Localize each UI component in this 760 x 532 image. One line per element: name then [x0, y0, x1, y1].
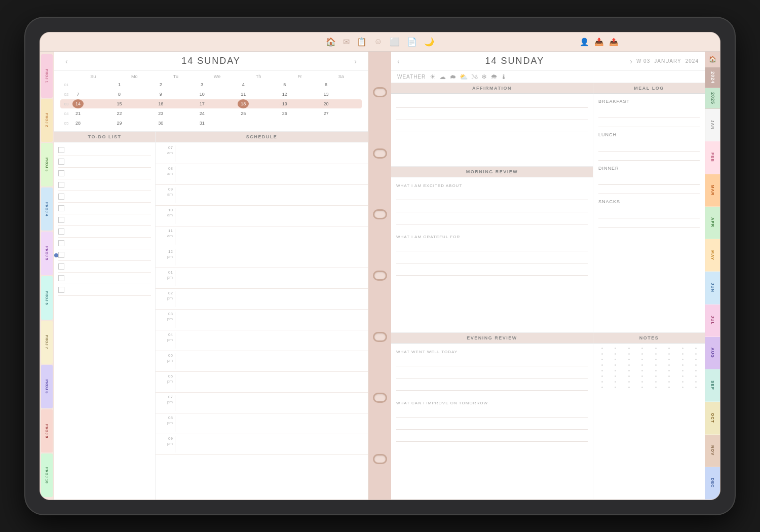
cal-day-17[interactable]: 17 — [197, 99, 208, 108]
time-content-07pm[interactable] — [175, 395, 365, 411]
cal-day-29[interactable]: 29 — [114, 119, 125, 128]
cal-day-24[interactable]: 24 — [197, 109, 208, 118]
cal-day-3[interactable]: 3 — [197, 80, 208, 89]
sidebar-year-2025[interactable]: 2025 — [705, 88, 720, 109]
todo-checkbox-3[interactable] — [58, 170, 64, 176]
todo-checkbox-9[interactable] — [58, 240, 64, 246]
project-tab-4[interactable]: PROJ 4 — [41, 187, 53, 231]
time-content-12pm[interactable] — [175, 249, 365, 265]
todo-checkbox-11[interactable] — [58, 263, 64, 270]
rain-icon[interactable]: 🌧 — [449, 73, 457, 81]
right-cal-next[interactable]: › — [630, 57, 632, 65]
time-content-03pm[interactable] — [175, 312, 365, 328]
cal-day-21[interactable]: 21 — [72, 109, 84, 118]
todo-checkbox-2[interactable] — [58, 159, 64, 165]
project-tab-1[interactable]: PROJ 1 — [41, 54, 53, 98]
project-tab-8[interactable]: PROJ 8 — [41, 365, 53, 408]
sidebar-month-jun[interactable]: JUN — [705, 272, 720, 304]
time-content-10am[interactable] — [175, 208, 365, 224]
project-tab-10[interactable]: PROJ 10 — [41, 453, 53, 497]
upload-icon[interactable]: 📤 — [609, 37, 619, 47]
cal-day-11[interactable]: 11 — [238, 90, 249, 99]
cal-day-22[interactable]: 22 — [114, 109, 125, 118]
todo-checkbox-6[interactable] — [58, 205, 64, 211]
evening-review-content[interactable]: WHAT WENT WELL TODAY WHAT CAN I IMPROVE … — [391, 344, 593, 499]
project-tab-6[interactable]: PROJ 6 — [41, 276, 53, 320]
sun-icon[interactable]: ☀ — [430, 73, 436, 81]
cal-day-8[interactable]: 8 — [114, 90, 125, 99]
sidebar-home-tab[interactable]: 🏠 — [705, 52, 720, 67]
todo-checkbox-8[interactable] — [58, 229, 64, 235]
cal-day-13[interactable]: 13 — [320, 90, 331, 99]
cal-day-5[interactable]: 5 — [279, 80, 290, 89]
project-tab-5[interactable]: PROJ 5 — [41, 232, 53, 275]
home-icon[interactable]: 🏠 — [326, 37, 336, 47]
time-content-04pm[interactable] — [175, 332, 365, 349]
temp-icon[interactable]: 🌡 — [501, 73, 508, 81]
project-tab-3[interactable]: PROJ 3 — [41, 143, 53, 186]
cal-day-7[interactable]: 7 — [72, 90, 84, 99]
sidebar-month-jul[interactable]: JUL — [705, 305, 720, 337]
profile-icon[interactable]: 👤 — [580, 37, 589, 47]
cal-day-15[interactable]: 15 — [114, 99, 125, 108]
todo-checkbox-1[interactable] — [58, 147, 64, 153]
download-icon[interactable]: 📥 — [594, 37, 604, 47]
sidebar-month-apr[interactable]: APR — [705, 207, 720, 239]
time-content-09am[interactable] — [175, 187, 365, 203]
sidebar-month-feb[interactable]: FEB — [705, 141, 720, 174]
snowflake-icon[interactable]: 🌨 — [490, 73, 498, 81]
cal-prev-button[interactable]: ‹ — [62, 56, 71, 66]
time-content-01pm[interactable] — [175, 270, 365, 286]
cal-day-26[interactable]: 26 — [279, 109, 290, 118]
morning-review-content[interactable]: WHAT I AM EXCITED ABOUT WHAT I AM GRATEF… — [391, 177, 593, 333]
right-cal-prev[interactable]: ‹ — [397, 57, 400, 65]
time-content-08pm[interactable] — [175, 415, 365, 432]
todo-checkbox-13[interactable] — [58, 287, 64, 293]
sidebar-year-2024[interactable]: 2024 — [705, 67, 720, 88]
cal-day-23[interactable]: 23 — [155, 109, 166, 118]
time-content-07am[interactable] — [175, 145, 365, 162]
cal-day-2[interactable]: 2 — [155, 80, 166, 89]
time-content-11am[interactable] — [175, 229, 365, 245]
todo-checkbox-5[interactable] — [58, 194, 64, 200]
cal-next-button[interactable]: › — [351, 56, 360, 66]
cal-day-9[interactable]: 9 — [155, 90, 166, 99]
smile-icon[interactable]: ☺ — [374, 37, 382, 47]
time-content-08am[interactable] — [175, 166, 365, 182]
cal-day-28[interactable]: 28 — [72, 119, 84, 128]
todo-checkbox-10[interactable] — [58, 252, 64, 258]
cal-day-19[interactable]: 19 — [279, 99, 290, 108]
project-tab-2[interactable]: PROJ 2 — [41, 99, 53, 142]
mail-icon[interactable]: ✉ — [343, 37, 350, 47]
todo-checkbox-12[interactable] — [58, 275, 64, 281]
cal-day-1[interactable]: 1 — [114, 80, 125, 89]
affirmation-content[interactable] — [391, 94, 593, 166]
sidebar-month-sep[interactable]: SEP — [705, 369, 720, 402]
cal-day-6[interactable]: 6 — [320, 80, 331, 89]
sidebar-month-mar[interactable]: MAR — [705, 174, 720, 207]
sidebar-month-oct[interactable]: OCT — [705, 402, 720, 434]
time-content-09pm[interactable] — [175, 436, 365, 452]
project-tab-9[interactable]: PROJ 9 — [41, 409, 53, 453]
cal-day-18[interactable]: 18 — [238, 99, 249, 108]
time-content-06pm[interactable] — [175, 374, 365, 390]
time-content-05pm[interactable] — [175, 353, 365, 369]
partcloud-icon[interactable]: ⛅ — [460, 73, 468, 81]
todo-checkbox-7[interactable] — [58, 217, 64, 223]
todo-checkbox-4[interactable] — [58, 182, 64, 188]
cal-day-25[interactable]: 25 — [238, 109, 249, 118]
cal-day-10[interactable]: 10 — [197, 90, 208, 99]
cal-day-27[interactable]: 27 — [320, 109, 331, 118]
cal-day-12[interactable]: 12 — [279, 90, 290, 99]
sidebar-month-may[interactable]: MAY — [705, 239, 720, 272]
sidebar-month-dec[interactable]: DEC — [705, 467, 720, 500]
moon-icon[interactable]: 🌙 — [424, 37, 434, 47]
cal-day-14[interactable]: 14 — [72, 99, 84, 108]
cloud-icon[interactable]: ☁ — [439, 73, 446, 81]
cal-day-20[interactable]: 20 — [320, 99, 331, 108]
cal-day-4[interactable]: 4 — [238, 80, 249, 89]
cal-day-30[interactable]: 30 — [155, 119, 166, 128]
project-tab-7[interactable]: PROJ 7 — [41, 321, 53, 364]
list-icon[interactable]: 📋 — [357, 37, 367, 47]
sidebar-month-jan[interactable]: JAN — [705, 109, 720, 141]
